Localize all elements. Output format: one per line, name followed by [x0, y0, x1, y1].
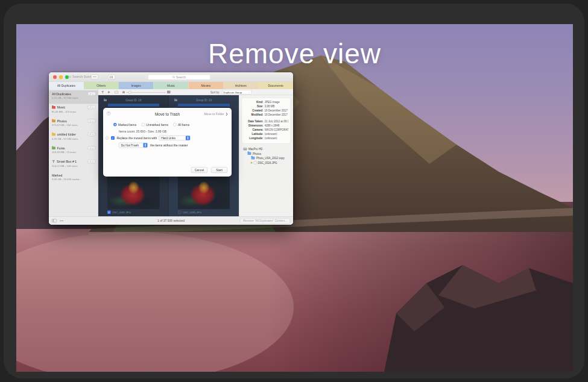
sidebar-item-marked[interactable]: Marked 3,89 GB - 35.693 marke... — [49, 172, 98, 186]
sort-by-label: Sort by: — [210, 91, 220, 94]
app-window: ‹ Search Summary Search All Duplicates O… — [49, 72, 293, 225]
caret-down-icon: ⌄ — [92, 120, 94, 122]
tree-item-folder[interactable]: Photos — [244, 151, 291, 156]
cancel-button[interactable]: Cancel — [191, 168, 207, 174]
tree-item-folder[interactable]: Photo_USA_2012 copy — [244, 156, 291, 161]
file-checkbox[interactable] — [178, 210, 182, 214]
status-bar: 1 of 37.936 selected Remove "All Duplica… — [49, 216, 293, 225]
without-master-label: the items without the master — [150, 143, 188, 147]
sidebar-item-all-duplicates[interactable]: All Duplicates ✓⌄ 5,15 GB - 37.936 items — [49, 90, 98, 104]
sidebar-item-photos[interactable]: Photos ✓⌄ 573,62 MB - 164 items — [49, 117, 98, 131]
scope-radio-group: Marked Items Unmarked Items All Items — [113, 123, 189, 127]
info-value: (unknown) — [265, 137, 289, 140]
green-folder-icon — [52, 147, 55, 150]
sidebar: All Duplicates ✓⌄ 5,15 GB - 37.936 items… — [49, 89, 98, 216]
replace-label: Replace the moved items with — [117, 136, 157, 140]
group-header: Group ID: 19 — [98, 98, 169, 102]
check-icon: ✓ — [90, 120, 92, 122]
sidebar-item-label: Fonts — [57, 146, 87, 150]
filter-icon[interactable] — [101, 91, 104, 93]
tab-music[interactable]: Music — [154, 82, 189, 89]
file-checkbox[interactable]: ✓ — [107, 210, 111, 214]
caret-down-icon: ⌄ — [92, 160, 94, 163]
info-label: Camera: — [244, 128, 264, 131]
chevron-left-icon: ‹ — [69, 75, 71, 78]
dropdown-caret-icon — [144, 143, 148, 148]
auto-select-icon[interactable] — [108, 91, 110, 93]
tree-item-file[interactable]: DSC_0316.JPG — [244, 160, 291, 165]
mark-menu-button[interactable]: ✓⌄ — [88, 105, 96, 109]
search-input[interactable]: Search — [148, 75, 210, 80]
remove-content-button[interactable]: Remove "All Duplicates" Content... — [240, 218, 290, 224]
tab-others[interactable]: Others — [84, 82, 119, 89]
info-value: 19 December 2017 — [265, 109, 289, 112]
list-view-button[interactable] — [91, 75, 98, 80]
mark-menu-button[interactable]: ✓⌄ — [88, 119, 96, 123]
sidebar-item-detail: 3,89 GB - 35.693 marke... — [52, 178, 96, 181]
info-value: (unknown) — [265, 133, 289, 136]
radio-marked-items[interactable]: Marked Items — [113, 123, 136, 127]
info-icon[interactable]: i — [106, 136, 109, 140]
info-label: Modified: — [244, 113, 264, 116]
caret-down-icon: ⌄ — [92, 93, 94, 95]
sidebar-item-detail: 5,15 GB - 37.936 items — [52, 96, 96, 99]
sidebar-item-label: Smart Box # 1 — [57, 160, 86, 163]
mark-menu-button[interactable]: ✓⌄ — [88, 160, 96, 163]
sidebar-item-detail: 314,21 MB - 144 items — [52, 164, 96, 168]
close-window-button[interactable] — [53, 75, 57, 79]
tab-archives[interactable]: Archives — [223, 82, 258, 89]
tree-label: MacPro HD — [248, 148, 262, 151]
without-master-row: Do Not Trash the items without the maste… — [119, 143, 188, 148]
window-titlebar[interactable]: ‹ Search Summary Search — [49, 72, 293, 82]
tree-label: DSC_0316.JPG — [258, 161, 277, 164]
sidebar-item-untitled-folder[interactable]: untitled folder ✓⌄ 4,35 GB - 37.580 item… — [49, 131, 98, 145]
without-master-value: Do Not Trash — [119, 143, 144, 147]
chevron-right-icon: ❯ — [226, 113, 228, 116]
group-header: Group ID: 19 — [169, 98, 239, 102]
sidebar-item-music[interactable]: Music ✓⌄ 85,06 MB - 122 items — [49, 104, 98, 118]
sidebar-item-smart-box[interactable]: Smart Box # 1 ✓⌄ 314,21 MB - 144 items — [49, 158, 98, 172]
orange-folder-icon — [52, 120, 55, 123]
slider-knob[interactable] — [128, 91, 131, 94]
radio-all-items[interactable]: All Items — [173, 123, 189, 127]
minimize-window-button[interactable] — [59, 75, 63, 79]
sidebar-item-label: untitled folder — [57, 133, 87, 136]
tree-item-disk[interactable]: MacPro HD — [244, 147, 291, 152]
radio-unmarked-items[interactable]: Unmarked Items — [141, 123, 168, 127]
move-to-trash-dialog: ? Move to Trash Move to Folder ❯ Marked … — [103, 108, 232, 177]
search-icon — [172, 76, 175, 78]
search-placeholder: Search — [176, 75, 186, 79]
blue-folder-icon — [251, 157, 255, 160]
check-icon: ✓ — [112, 137, 114, 140]
red-folder-icon — [52, 106, 55, 109]
sidebar-item-label: Photos — [57, 119, 87, 123]
start-button[interactable]: Start — [211, 168, 227, 174]
tab-movies[interactable]: Movies — [188, 82, 223, 89]
info-value: 4288 x 2848 — [265, 124, 289, 127]
tab-images[interactable]: Images — [119, 82, 154, 89]
caret-down-icon: ⌄ — [92, 106, 94, 108]
sidebar-item-fonts[interactable]: Fonts ✓⌄ 143,33 MB - 70 items — [49, 145, 98, 158]
tab-all-duplicates[interactable]: All Duplicates — [49, 82, 84, 89]
mark-menu-button[interactable]: ✓⌄ — [88, 133, 96, 136]
thumbnail-size-slider[interactable] — [127, 92, 165, 93]
replace-with-value: Hard Links — [159, 136, 186, 140]
mark-menu-button[interactable]: ✓⌄ — [88, 92, 96, 96]
sort-by-dropdown[interactable]: Duplicate Group ⌄ — [222, 90, 251, 95]
tab-documents[interactable]: Documents — [258, 82, 293, 89]
group-folder-icon — [104, 99, 107, 101]
tree-label: Photos — [253, 152, 261, 155]
replace-with-dropdown[interactable]: Hard Links — [159, 136, 191, 140]
preview-panel-icon[interactable] — [115, 91, 118, 93]
group-folder-icon — [174, 99, 177, 101]
grid-view-button[interactable] — [108, 75, 115, 80]
caret-down-icon: ⌄ — [92, 147, 94, 149]
replace-checkbox[interactable]: ✓ — [111, 136, 115, 140]
dropdown-caret-icon — [186, 136, 190, 140]
check-icon: ✓ — [90, 133, 92, 136]
fullscreen-window-button[interactable] — [65, 75, 69, 79]
info-value: JPEG image — [265, 101, 289, 104]
mark-menu-button[interactable]: ✓⌄ — [88, 146, 96, 150]
without-master-dropdown[interactable]: Do Not Trash — [119, 143, 148, 148]
move-to-folder-link[interactable]: Move to Folder ❯ — [204, 113, 228, 116]
